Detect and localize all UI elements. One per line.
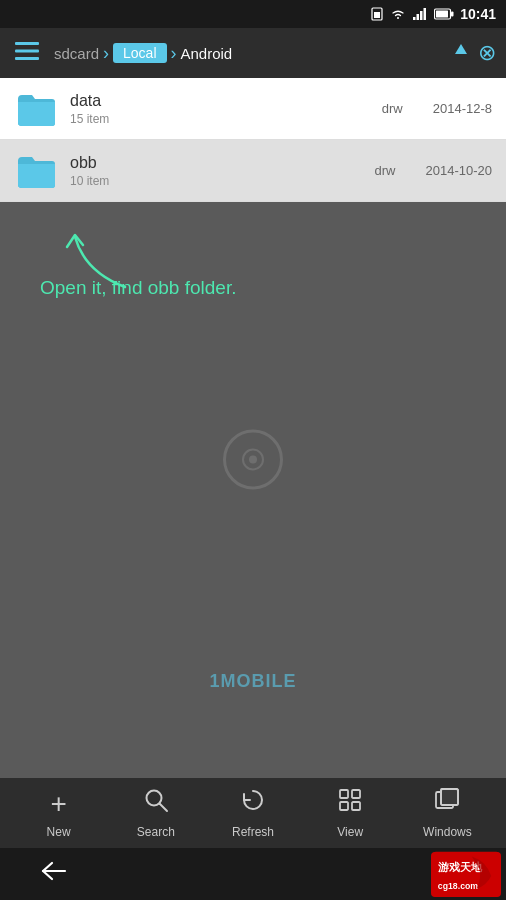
svg-line-16 — [159, 804, 167, 812]
status-bar: 10:41 — [0, 0, 506, 28]
windows-icon — [434, 787, 460, 820]
toolbar-search-button[interactable]: Search — [107, 787, 204, 839]
svg-rect-5 — [424, 8, 427, 20]
svg-text:cg18.com: cg18.com — [438, 881, 478, 891]
file-info-obb: obb 10 item — [70, 154, 375, 188]
breadcrumb-android[interactable]: Android — [181, 45, 233, 62]
svg-rect-9 — [15, 42, 39, 45]
nav-logo: 游戏天地 cg18.com — [426, 848, 506, 900]
brand-logo: 1MOBILE — [209, 671, 296, 692]
svg-rect-20 — [352, 802, 360, 810]
view-icon — [337, 787, 363, 820]
breadcrumb-arrow: › — [103, 43, 109, 64]
nav-bar: 游戏天地 cg18.com — [0, 848, 506, 900]
file-list: data 15 item drw 2014-12-8 obb 10 item d… — [0, 78, 506, 202]
svg-rect-1 — [374, 12, 380, 18]
svg-rect-18 — [352, 790, 360, 798]
file-info-data: data 15 item — [70, 92, 382, 126]
close-icon[interactable]: ⊗ — [478, 40, 496, 66]
breadcrumb: sdcard › Local › Android — [54, 43, 442, 64]
status-time: 10:41 — [460, 6, 496, 22]
top-bar-right: ⊗ — [452, 40, 496, 66]
file-type-data: drw — [382, 101, 403, 116]
file-type-obb: drw — [375, 163, 396, 178]
breadcrumb-sdcard[interactable]: sdcard — [54, 45, 99, 62]
main-content: Open it, find obb folder. 1MOBILE — [0, 202, 506, 722]
new-label: New — [47, 825, 71, 839]
refresh-label: Refresh — [232, 825, 274, 839]
file-item-obb[interactable]: obb 10 item drw 2014-10-20 — [0, 140, 506, 202]
svg-rect-3 — [417, 14, 420, 20]
annotation: Open it, find obb folder. — [55, 222, 145, 296]
battery-icon — [434, 8, 454, 20]
file-count-obb: 10 item — [70, 174, 375, 188]
svg-rect-10 — [15, 50, 39, 53]
svg-rect-2 — [413, 17, 416, 20]
breadcrumb-arrow2: › — [171, 43, 177, 64]
file-name-data: data — [70, 92, 382, 110]
back-button[interactable] — [40, 860, 68, 888]
watermark — [223, 430, 283, 495]
nav-logo-image: 游戏天地 cg18.com — [431, 852, 501, 897]
svg-rect-11 — [15, 57, 39, 60]
sim-icon — [370, 7, 384, 21]
breadcrumb-local-tab[interactable]: Local — [113, 43, 166, 63]
svg-rect-17 — [340, 790, 348, 798]
file-date-obb: 2014-10-20 — [426, 163, 493, 178]
view-label: View — [337, 825, 363, 839]
hamburger-icon[interactable] — [10, 35, 44, 71]
brand-number: 1 — [209, 671, 220, 691]
svg-rect-8 — [436, 11, 448, 18]
toolbar-windows-button[interactable]: Windows — [399, 787, 496, 839]
top-bar: sdcard › Local › Android ⊗ — [0, 28, 506, 78]
svg-point-14 — [249, 456, 257, 464]
svg-marker-12 — [455, 44, 467, 54]
svg-rect-19 — [340, 802, 348, 810]
wifi-icon — [390, 7, 406, 21]
svg-rect-7 — [451, 12, 454, 17]
new-icon: + — [50, 788, 66, 820]
signal-icon — [412, 7, 428, 21]
search-icon — [143, 787, 169, 820]
file-count-data: 15 item — [70, 112, 382, 126]
brand-name: MOBILE — [221, 671, 297, 691]
status-icons: 10:41 — [370, 6, 496, 22]
file-item-data[interactable]: data 15 item drw 2014-12-8 — [0, 78, 506, 140]
file-date-data: 2014-12-8 — [433, 101, 492, 116]
windows-label: Windows — [423, 825, 472, 839]
file-name-obb: obb — [70, 154, 375, 172]
refresh-icon — [240, 787, 266, 820]
search-label: Search — [137, 825, 175, 839]
svg-rect-22 — [441, 789, 458, 805]
annotation-text: Open it, find obb folder. — [40, 277, 236, 299]
toolbar-new-button[interactable]: + New — [10, 788, 107, 839]
folder-icon-data — [14, 87, 58, 131]
folder-icon-obb — [14, 149, 58, 193]
svg-rect-4 — [420, 11, 423, 20]
toolbar-view-button[interactable]: View — [302, 787, 399, 839]
sort-icon[interactable] — [452, 42, 470, 65]
toolbar-refresh-button[interactable]: Refresh — [204, 787, 301, 839]
bottom-toolbar: + New Search Refresh V — [0, 778, 506, 848]
